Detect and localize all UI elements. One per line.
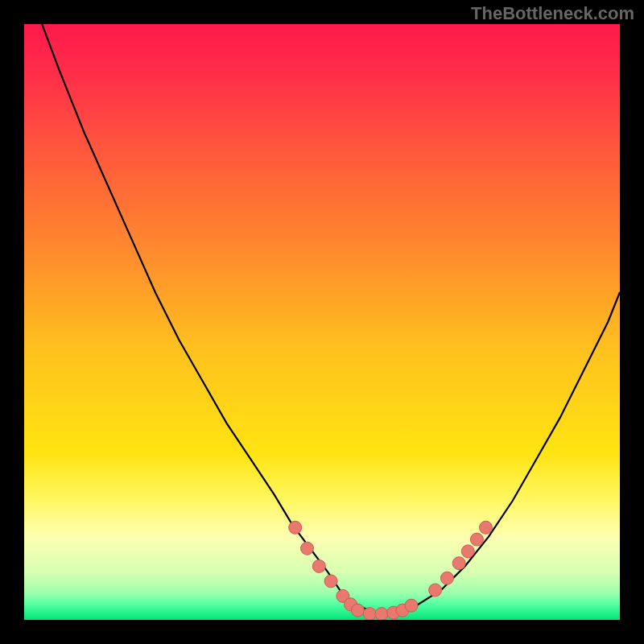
marker-point xyxy=(363,608,376,620)
marker-point xyxy=(289,521,302,534)
gradient-background xyxy=(24,24,620,620)
marker-point xyxy=(301,542,314,555)
marker-point xyxy=(480,521,493,534)
marker-point xyxy=(429,584,442,597)
watermark-label: TheBottleneck.com xyxy=(471,3,634,24)
marker-point xyxy=(375,608,388,620)
bottleneck-curve-chart xyxy=(24,24,620,620)
chart-frame: TheBottleneck.com xyxy=(0,0,644,644)
marker-point xyxy=(405,599,418,612)
marker-point xyxy=(324,575,337,588)
marker-point xyxy=(470,533,483,546)
marker-point xyxy=(461,545,474,558)
marker-point xyxy=(440,572,453,584)
marker-point xyxy=(452,557,465,570)
marker-point xyxy=(312,559,325,572)
marker-point xyxy=(351,604,364,617)
